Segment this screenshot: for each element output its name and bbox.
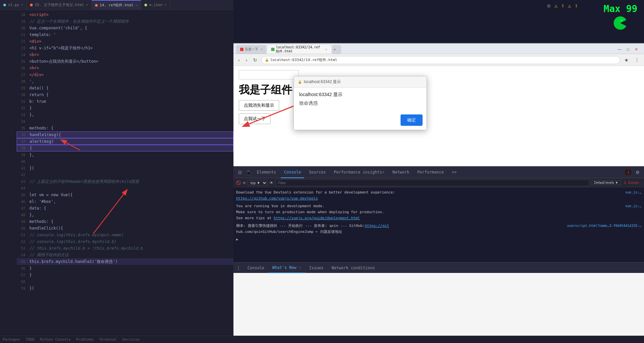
line-code-31: b: true — [29, 99, 46, 104]
line-code-35: methods: { — [29, 126, 53, 130]
code-line-20: 20 Vue.component('child', { — [17, 25, 233, 31]
devtools-tab-console[interactable]: Console — [281, 167, 304, 178]
console-clear-btn[interactable]: 🚫 — [236, 181, 241, 185]
tab-label-local: localhost:63342/14.ref组件.html — [276, 45, 323, 54]
code-editor[interactable]: 18<script>19 // 定义一个全局组件，在全局组件中定义一个局部组件2… — [17, 10, 233, 343]
code-line-58: 58 — [17, 278, 233, 285]
default-levels-btn[interactable]: Default levels ▼ — [592, 180, 621, 185]
tab-15html[interactable]: 15. 父子组件之子传父.html × — [27, 0, 92, 10]
line-number-49: 49 — [19, 220, 29, 224]
page-btn1[interactable]: 点我消失和显示 — [239, 100, 279, 111]
line-number-21: 21 — [19, 33, 29, 37]
devtools-menu-icon[interactable]: ⋮ — [236, 265, 241, 271]
menu-btn[interactable]: ⋮ — [633, 57, 641, 63]
code-line-51: 51 // console.log(this.$refs.myinput.nam… — [17, 232, 233, 238]
bottom-tab-console[interactable]: Console — [243, 263, 268, 273]
devtools-tab-perf-insights[interactable]: Performance insights ⚡ — [331, 167, 388, 178]
browser-tab-baidu[interactable]: 百度一下 × — [236, 45, 266, 54]
minimize-btn[interactable]: — — [616, 46, 624, 52]
tab-indicator — [95, 4, 98, 7]
console-msg-0: Download the Vue Devtools extension for … — [236, 190, 620, 202]
code-line-46: 46 el: '#box', — [17, 198, 233, 205]
tab-close-baidu[interactable]: × — [261, 48, 262, 51]
devtools-tab-performance[interactable]: Performance — [414, 167, 447, 178]
bottom-todo[interactable]: TODO — [26, 337, 35, 342]
line-number-30: 30 — [19, 93, 29, 97]
tab-close-icon[interactable]: × — [21, 3, 23, 7]
close-btn[interactable]: ✕ — [633, 46, 640, 52]
github-link[interactable]: https://git — [365, 224, 389, 228]
line-number-40: 40 — [19, 159, 29, 164]
bottom-terminal[interactable]: Terminal — [99, 337, 117, 342]
code-line-37: 37 alert(msg) — [17, 138, 233, 145]
console-entry-expand[interactable]: ▶ — [233, 236, 644, 244]
devtools-tab-more[interactable]: >> — [449, 167, 460, 178]
page-input[interactable] — [239, 70, 299, 79]
source-link-1[interactable]: vue.js:… — [623, 203, 641, 221]
console-output[interactable]: Download the Vue Devtools extension for … — [233, 188, 644, 262]
forward-btn[interactable]: › — [244, 57, 249, 63]
line-code-21: template: ' — [29, 32, 56, 37]
bottom-problems[interactable]: Problems — [76, 337, 94, 342]
devtools-select-btn[interactable]: ⊡ — [236, 169, 243, 176]
tab-close-icon[interactable]: × — [86, 3, 88, 7]
settings-icon[interactable]: ⚙ — [547, 3, 551, 9]
line-code-18: <script> — [29, 12, 49, 17]
bottom-services[interactable]: Services — [122, 337, 140, 342]
devtools-tab-network[interactable]: Network — [389, 167, 413, 178]
deploy-link[interactable]: https://vuejs.org/guide/deployment.html — [274, 216, 360, 220]
bottom-python-console[interactable]: Python Console — [40, 337, 71, 342]
code-line-49: 49 methods: { — [17, 218, 233, 225]
source-link-2[interactable]: userscript.html?name…3-f0d454d1d335:… — [564, 223, 641, 235]
code-line-54: 54 // 调用子组件的方法 — [17, 252, 233, 258]
line-code-19: // 定义一个全局组件，在全局组件中定义一个局部组件 — [29, 19, 129, 24]
tab-close-local[interactable]: × — [325, 48, 327, 51]
tab-close-icon[interactable]: × — [164, 3, 166, 7]
browser-tab-new[interactable]: + — [332, 45, 341, 54]
expand-icon[interactable]: ▶ — [236, 237, 238, 243]
devtools-device-btn[interactable]: 📱 — [245, 169, 252, 176]
restore-btn[interactable]: □ — [625, 46, 631, 52]
svg-point-2 — [621, 19, 623, 21]
bottom-tab-network-conditions[interactable]: Network conditions — [328, 263, 379, 273]
pacman-icon — [612, 15, 628, 31]
code-line-48: 48 }, — [17, 212, 233, 218]
code-line-50: 50 handleClick(){ — [17, 225, 233, 232]
devtools-tab-sources[interactable]: Sources — [305, 167, 329, 178]
context-select[interactable]: top ▼ — [247, 180, 267, 186]
browser-tab-local[interactable]: localhost:63342/14.ref组件.html × — [267, 45, 331, 54]
refresh-btn[interactable]: ↻ — [251, 57, 259, 63]
url-bar[interactable]: 🔒 localhost:63342/14.ref组件.html — [261, 56, 620, 64]
page-btn2[interactable]: 点我试一下 — [239, 113, 270, 124]
tab-label-baidu: 百度一下 — [245, 47, 258, 52]
tab-ajson[interactable]: a.json × — [141, 0, 170, 10]
alert-ok-button[interactable]: 确定 — [401, 114, 423, 126]
line-number-19: 19 — [19, 19, 29, 24]
tab-s1py[interactable]: s1.py × — [0, 0, 27, 10]
lock-icon: 🔒 — [298, 80, 302, 84]
vue-devtools-link[interactable]: https://github.com/vuejs/vue-devtools — [236, 196, 318, 201]
code-line-29: 29 data() { — [17, 85, 233, 91]
code-line-22: 22 <div> — [17, 38, 233, 45]
back-btn[interactable]: ‹ — [236, 57, 242, 63]
devtools-tab-elements[interactable]: Elements — [253, 167, 279, 178]
filter-input[interactable] — [275, 180, 590, 186]
eye-icon[interactable]: 👁 — [269, 181, 273, 185]
max-logo: Max 99 — [604, 3, 637, 31]
code-line-55: 55 this.$refs.mychild.handle1('致命诱惑') — [17, 258, 233, 265]
devtools-settings-btn[interactable]: ⚙ — [634, 169, 641, 176]
line-code-37: alert(msg) — [30, 139, 54, 144]
tab-14html[interactable]: 14. ref组件.html × — [92, 0, 141, 10]
bottom-packages[interactable]: Packages — [3, 337, 20, 342]
warning-icon-1: ⚠ — [554, 3, 558, 9]
code-line-18: 18<script> — [17, 11, 233, 18]
bottom-tab-issues[interactable]: Issues — [305, 263, 328, 273]
tab-indicator — [30, 4, 33, 6]
line-code-27: </div> — [29, 72, 44, 77]
bottom-tab-whats-new[interactable]: What's New × — [268, 263, 305, 273]
tab-close-icon[interactable]: × — [135, 3, 137, 7]
code-line-34: 34 — [17, 118, 233, 125]
bottom-tab-close-whats-new[interactable]: × — [299, 266, 301, 269]
source-link-0[interactable]: vue.js:… — [623, 190, 641, 202]
bookmark-btn[interactable]: ★ — [622, 57, 631, 63]
